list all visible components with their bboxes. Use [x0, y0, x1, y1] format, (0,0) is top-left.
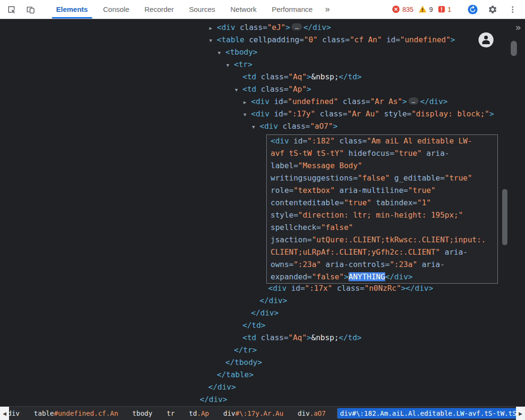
tab-sources[interactable]: Sources — [181, 0, 223, 19]
code-token: aria- — [440, 248, 467, 257]
code-token: </div> — [200, 395, 227, 404]
code-token: > — [286, 23, 291, 32]
dom-tree-node[interactable]: <td class="Aq">&nbsp;</td> — [235, 71, 361, 83]
dom-tree-node[interactable]: <td class="Aq">&nbsp;</td> — [235, 332, 361, 344]
console-errors-badge[interactable]: 835 — [392, 5, 413, 13]
breadcrumb-part: div — [340, 410, 352, 417]
tab-elements[interactable]: Elements — [49, 0, 96, 19]
selected-text: ANYTHING — [349, 272, 385, 281]
breadcrumb-part: #\:182 — [352, 410, 376, 417]
breadcrumb-scroll-right-button[interactable]: ▶ — [516, 407, 525, 420]
scrollbar-thumb[interactable] — [502, 189, 507, 245]
console-warnings-badge[interactable]: 9 — [418, 5, 433, 13]
code-token: "0" — [304, 35, 318, 44]
dom-tree-node-wrapped-line[interactable]: label="Message Body" — [271, 160, 494, 172]
collapse-arrow-icon[interactable]: ▾ — [252, 121, 260, 133]
hidden-children-pill[interactable]: … — [408, 97, 419, 105]
device-toolbar-icon — [26, 5, 35, 14]
more-tabs-button[interactable]: » — [320, 4, 334, 14]
dom-tree-node[interactable]: ▾<td class="Ap"> — [235, 83, 311, 95]
inspect-element-button[interactable] — [4, 2, 19, 17]
dom-tree-node[interactable]: </div> — [251, 307, 279, 319]
dom-tree-node-wrapped-line[interactable]: expanded="false">ANYTHING</div> — [271, 271, 494, 283]
code-token: "Message Body" — [298, 161, 362, 170]
code-token: style= — [379, 109, 411, 118]
breadcrumb-part: .Am.aiL.Al.editable.LW-avf.tS-tW.tS-tY — [376, 410, 525, 417]
dom-tree-node-wrapped-line[interactable]: avf tS-tW tS-tY" hidefocus="true" aria- — [271, 147, 494, 160]
menu-button[interactable] — [505, 2, 520, 17]
dom-tree-node[interactable]: </td> — [243, 319, 265, 332]
dom-tree-node[interactable]: ▾<div id=":17y" class="Ar Au" style="dis… — [243, 108, 494, 120]
sync-status-button[interactable] — [465, 2, 480, 17]
breadcrumb-item[interactable]: div.aO7 — [295, 408, 329, 419]
code-token: g_editable= — [389, 173, 445, 182]
scrollbar-thumb-upper[interactable] — [511, 41, 517, 56]
device-toolbar-button[interactable] — [23, 2, 38, 17]
dom-tree-node[interactable]: ▸<div class="eJ">…</div> — [209, 21, 331, 34]
dom-tree-node-wrapped-line[interactable]: writingsuggestions="false" g_editable="t… — [271, 172, 494, 184]
breadcrumb: divtable#undefined.cf.Antbodytrtd.Apdiv#… — [0, 406, 525, 420]
dom-tree-node-wrapped-line[interactable]: style="direction: ltr; min-height: 195px… — [271, 209, 494, 221]
breadcrumb-part: .cf.An — [94, 410, 118, 417]
dom-tree-node-wrapped-line[interactable]: contenteditable="true" tabindex="1" — [271, 197, 494, 209]
breadcrumb-item[interactable]: tbody — [129, 408, 155, 419]
breadcrumb-item[interactable]: div#\:17y.Ar.Au — [221, 408, 286, 419]
code-token: </div> — [251, 308, 279, 317]
dom-tree-node[interactable]: </div> — [200, 393, 227, 406]
code-token: "aO7" — [310, 122, 333, 131]
tab-network[interactable]: Network — [223, 0, 264, 19]
devtools-toolbar: ElementsConsoleRecorderSourcesNetworkPer… — [0, 0, 525, 19]
code-token: </div> — [385, 272, 413, 281]
breadcrumb-item[interactable]: div#\:182.Am.aiL.Al.editable.LW-avf.tS-t… — [337, 408, 525, 419]
code-token: avf tS-tW tS-tY" — [271, 149, 344, 158]
code-token: aria- — [422, 149, 449, 158]
collapse-arrow-icon[interactable]: ▾ — [218, 47, 225, 59]
code-token: > — [333, 122, 338, 131]
code-token: > — [307, 333, 311, 342]
code-token: "eJ" — [267, 23, 286, 32]
dom-tree-node[interactable]: </tr> — [234, 344, 257, 356]
breadcrumb-item[interactable]: table#undefined.cf.An — [31, 408, 121, 419]
dom-tree-node[interactable]: ▾<tr> — [226, 58, 253, 71]
dom-tree-node[interactable]: ▸<div id="undefined" class="Ar As">…</di… — [243, 95, 447, 108]
expand-arrow-icon[interactable]: ▸ — [209, 22, 217, 34]
selected-node-box[interactable]: <div id=":182" class="Am aiL Al editable… — [266, 134, 498, 284]
dom-tree-node[interactable]: </table> — [217, 369, 253, 381]
dom-tree-node-wrapped-line[interactable]: owns=":23a" aria-controls=":23a" aria- — [271, 258, 494, 271]
dom-tree-node-wrapped-line[interactable]: CLIENT;uLRpAf:.CLIENT;yGfh2c:.CLIENT" ar… — [271, 246, 494, 258]
hidden-children-pill[interactable]: … — [292, 23, 302, 30]
dom-tree-node[interactable]: </div> — [260, 295, 287, 307]
code-token: </td> — [339, 72, 361, 81]
expand-arrow-icon[interactable]: ▸ — [243, 96, 251, 108]
dom-tree-node[interactable]: <div id=":17x" class="n0NzRc"></div> — [261, 282, 433, 295]
tab-performance[interactable]: Performance — [264, 0, 321, 19]
dom-tree-node[interactable]: ▾<table cellpadding="0" class="cf An" id… — [209, 34, 455, 46]
breadcrumb-part: .aO7 — [310, 410, 326, 417]
dom-tree-node-wrapped-line[interactable]: jsaction="utQure:.CLIENT;tkRwsc:.CLIENT;… — [271, 234, 494, 246]
breadcrumb-item[interactable]: td.Ap — [186, 408, 212, 419]
dom-tree-node[interactable]: ▾<tbody> — [218, 46, 257, 58]
dom-tree-node-wrapped-line[interactable]: spellcheck="false" — [271, 221, 494, 234]
code-token: </div> — [260, 296, 287, 305]
settings-button[interactable] — [485, 2, 500, 17]
tab-strip: ElementsConsoleRecorderSourcesNetworkPer… — [49, 0, 320, 19]
code-token: > — [344, 272, 349, 281]
code-token: class= — [338, 97, 370, 106]
error-icon — [392, 5, 400, 13]
issues-badge[interactable]: 1 — [438, 6, 451, 13]
dom-tree-node[interactable]: ▾<div class="aO7"> — [252, 120, 338, 133]
tab-console[interactable]: Console — [96, 0, 137, 19]
collapse-arrow-icon[interactable]: ▾ — [209, 34, 217, 47]
tab-recorder[interactable]: Recorder — [137, 0, 182, 19]
collapse-arrow-icon[interactable]: ▾ — [235, 84, 243, 96]
breadcrumb-item[interactable]: tr — [164, 408, 177, 419]
breadcrumb-scroll-left-button[interactable]: ◀ — [0, 407, 9, 420]
collapse-arrow-icon[interactable]: ▾ — [243, 108, 251, 121]
dom-tree-node[interactable]: </tbody> — [225, 356, 262, 369]
show-sidebar-button[interactable]: » — [515, 22, 521, 33]
accessibility-button[interactable] — [477, 31, 495, 48]
dom-tree-node-wrapped-line[interactable]: <div id=":182" class="Am aiL Al editable… — [271, 135, 494, 147]
collapse-arrow-icon[interactable]: ▾ — [226, 59, 234, 71]
dom-tree-node[interactable]: </div> — [208, 381, 236, 393]
dom-tree-node-wrapped-line[interactable]: role="textbox" aria-multiline="true" — [271, 184, 494, 197]
